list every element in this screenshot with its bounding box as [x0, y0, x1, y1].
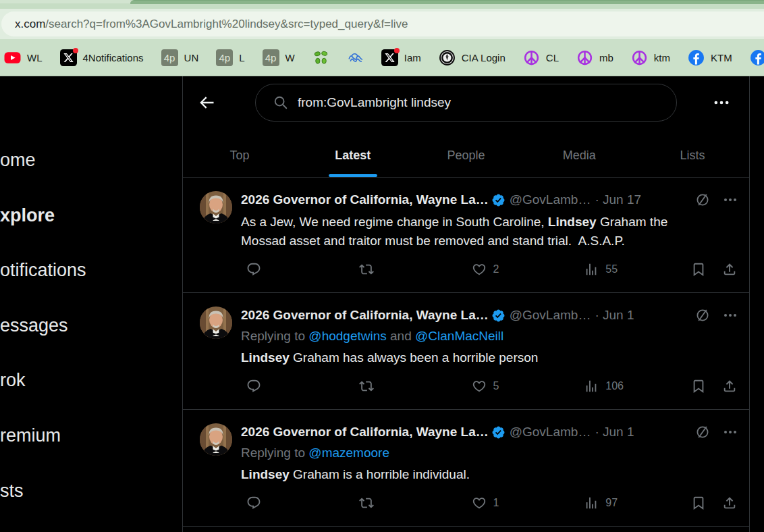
tab-people[interactable]: People	[410, 134, 523, 177]
tweet-more-button[interactable]	[722, 307, 738, 323]
bookmark-label: 4Notifications	[83, 52, 144, 63]
reply-button[interactable]	[241, 262, 354, 277]
sidebar-item-explore[interactable]: xplore	[0, 205, 55, 227]
tab-media[interactable]: Media	[522, 134, 636, 177]
mention-link[interactable]: @ClanMacNeill	[415, 329, 503, 343]
bookmark-w[interactable]: 4pW	[263, 49, 295, 66]
notification-dot	[73, 48, 78, 53]
bookmark-un[interactable]: 4pUN	[161, 49, 199, 66]
like-count: 2	[493, 263, 499, 275]
sidebar-item-home[interactable]: ome	[0, 149, 36, 171]
bookmark-4notifications[interactable]: 4Notifications	[60, 49, 144, 66]
verified-badge-icon	[491, 425, 506, 440]
views-button[interactable]: 97	[578, 496, 691, 510]
grok-icon[interactable]	[694, 307, 711, 323]
avatar[interactable]	[200, 191, 232, 223]
x-icon	[381, 49, 398, 66]
tweet-row[interactable]: 2026 Governor of California, Wayne La… @…	[183, 410, 749, 527]
repost-button[interactable]	[354, 496, 466, 510]
leaves-icon	[312, 49, 329, 66]
sidebar-item-lists[interactable]: sts	[0, 480, 24, 502]
like-button[interactable]: 5	[466, 379, 579, 394]
tweet-text-part: Graham is a horrible individual.	[290, 467, 470, 481]
search-input[interactable]: from:GovLambright lindsey	[255, 84, 677, 122]
views-button[interactable]: 106	[578, 379, 691, 394]
4p-icon: 4p	[161, 49, 178, 66]
bookmark-leaves-icon[interactable]	[312, 49, 329, 66]
share-button[interactable]	[722, 496, 737, 510]
tweet-text-highlight: Lindsey	[241, 350, 290, 365]
bookmark-cia-login[interactable]: CIA Login	[439, 49, 506, 66]
tweet-actions-right	[691, 379, 738, 394]
share-button[interactable]	[722, 379, 737, 394]
tweet-row[interactable]: 2026 Governor of California, Wayne La… @…	[183, 293, 749, 410]
more-options-button[interactable]	[712, 93, 731, 112]
bookmark-l[interactable]: 4pL	[216, 49, 244, 66]
browser-window: x.com/search?q=from%3AGovLambright%20lin…	[0, 0, 764, 532]
url-text: x.com/search?q=from%3AGovLambright%20lin…	[15, 18, 408, 31]
sidebar-item-grok[interactable]: rok	[0, 369, 26, 392]
like-button[interactable]: 1	[466, 496, 579, 510]
like-button[interactable]: 2	[466, 262, 579, 277]
bookmark-iam[interactable]: Iam	[381, 49, 421, 66]
tweet-row[interactable]: 2026 Governor of California, Wayne La… @…	[183, 178, 749, 293]
mention-link[interactable]: @mazemoore	[308, 446, 389, 460]
display-name[interactable]: 2026 Governor of California, Wayne La…	[241, 192, 489, 207]
facebook-icon	[750, 49, 764, 66]
cia-icon	[439, 49, 456, 66]
back-button[interactable]	[197, 93, 216, 112]
bookmark-wave-icon[interactable]	[347, 49, 364, 66]
tweet-text-highlight: Lindsey	[241, 467, 290, 481]
tweet-body: 2026 Governor of California, Wayne La… @…	[241, 191, 738, 277]
repost-button[interactable]	[354, 262, 466, 277]
tweet-actions-right	[691, 262, 738, 277]
bookmark-cl[interactable]: CL	[523, 49, 559, 66]
user-handle[interactable]: @GovLamb…	[510, 192, 591, 207]
mention-link[interactable]: @hodgetwins	[308, 329, 386, 343]
bookmark-button[interactable]	[691, 496, 706, 510]
bookmark-ktm[interactable]: KTM	[688, 49, 732, 66]
avatar[interactable]	[200, 307, 232, 339]
views-button[interactable]: 55	[578, 262, 691, 277]
share-button[interactable]	[722, 262, 737, 277]
tab-label: People	[447, 149, 485, 163]
sidebar-item-premium[interactable]: remium	[0, 425, 61, 447]
timestamp[interactable]: · Jun 17	[595, 192, 641, 207]
view-count: 55	[605, 263, 618, 275]
bookmark-label: L	[239, 52, 244, 63]
bookmark-button[interactable]	[691, 379, 706, 394]
display-name[interactable]: 2026 Governor of California, Wayne La…	[241, 425, 489, 440]
bookmark-mb[interactable]: mb	[576, 49, 613, 66]
bookmark-ktm[interactable]: ktm	[631, 49, 670, 66]
display-name[interactable]: 2026 Governor of California, Wayne La…	[241, 308, 489, 323]
tweet-body: 2026 Governor of California, Wayne La… @…	[241, 307, 738, 394]
sidebar-item-messages[interactable]: essages	[0, 315, 68, 337]
wave-icon	[347, 49, 364, 66]
tab-top[interactable]: Top	[183, 134, 296, 177]
bookmark-label: Iam	[404, 52, 421, 63]
bookmark-button[interactable]	[691, 262, 706, 277]
repost-button[interactable]	[354, 379, 466, 394]
reply-button[interactable]	[241, 379, 354, 394]
avatar[interactable]	[200, 423, 232, 456]
like-count: 5	[493, 380, 499, 392]
tweet-more-button[interactable]	[722, 424, 738, 440]
reply-button[interactable]	[241, 496, 354, 510]
sidebar-item-notifications[interactable]: otifications	[0, 259, 86, 282]
timestamp[interactable]: · Jun 1	[595, 425, 634, 440]
bookmark-wl[interactable]: WL	[4, 49, 43, 66]
bookmark-mb[interactable]: MB	[750, 49, 764, 66]
tweet-more-button[interactable]	[722, 192, 738, 208]
replying-to-label: and	[387, 329, 415, 343]
user-handle[interactable]: @GovLamb…	[510, 308, 591, 323]
address-bar[interactable]: x.com/search?q=from%3AGovLambright%20lin…	[1, 11, 764, 36]
grok-icon[interactable]	[694, 424, 711, 440]
tab-label: Top	[229, 149, 249, 163]
grok-icon[interactable]	[694, 192, 711, 208]
tab-latest[interactable]: Latest	[296, 134, 410, 177]
user-handle[interactable]: @GovLamb…	[510, 425, 591, 440]
facebook-icon	[688, 49, 705, 66]
tab-lists[interactable]: Lists	[636, 134, 749, 177]
4p-icon: 4p	[216, 49, 233, 66]
timestamp[interactable]: · Jun 1	[595, 308, 634, 323]
